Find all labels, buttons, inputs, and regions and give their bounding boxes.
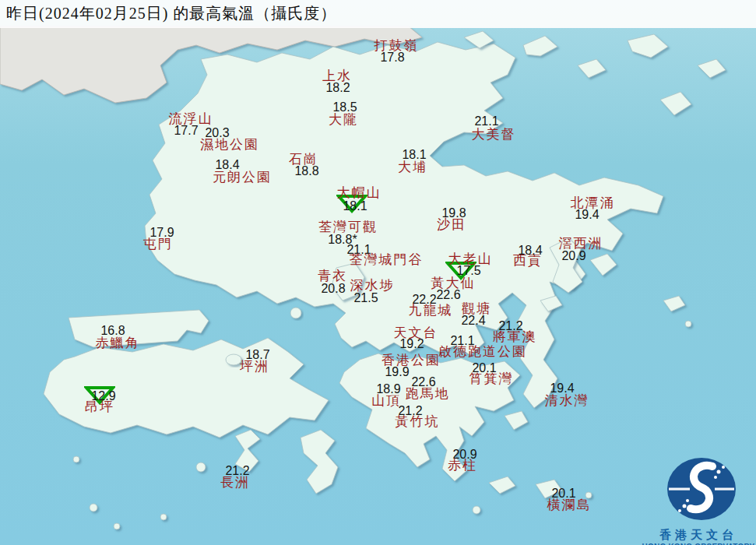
station-value: 18.2 bbox=[325, 82, 350, 94]
station-name: 西貢 bbox=[513, 254, 543, 267]
station-value: 18.1 bbox=[343, 200, 367, 213]
station-name: 深水埗 bbox=[350, 279, 395, 292]
station-name: 黃竹坑 bbox=[396, 415, 440, 428]
station-value: 22.4 bbox=[461, 315, 485, 327]
station-name: 清水灣 bbox=[545, 394, 589, 407]
station-name: 大美督 bbox=[472, 128, 516, 141]
station-name: 長洲 bbox=[220, 476, 250, 489]
weather-map-screenshot: 昨日(2024年02月25日) 的最高氣溫（攝氏度） 17.8打鼓嶺18.2上水… bbox=[0, 0, 756, 545]
page-title: 昨日(2024年02月25日) 的最高氣溫（攝氏度） bbox=[6, 3, 336, 24]
station-name: 荃灣城門谷 bbox=[350, 253, 424, 266]
station-name: 大帽山 bbox=[337, 186, 382, 199]
station-value: 20.8 bbox=[321, 283, 345, 295]
station-name: 荃灣可觀 bbox=[318, 220, 378, 234]
hko-logo-chinese: 香港天文台 bbox=[640, 528, 756, 543]
hko-logo: 香港天文台 HONG KONG OBSERVATORY bbox=[640, 436, 756, 545]
station-name: 筲箕灣 bbox=[469, 372, 514, 385]
station-name: 橫瀾島 bbox=[547, 498, 592, 512]
station-name: 觀塘 bbox=[462, 302, 491, 315]
station-value: 19.4 bbox=[575, 209, 599, 221]
station-name: 青衣 bbox=[318, 269, 347, 283]
station-name: 大埔 bbox=[398, 160, 427, 174]
station-name: 啟德跑道公園 bbox=[438, 345, 527, 358]
station-name: 九龍城 bbox=[409, 304, 453, 317]
station-name: 昂坪 bbox=[85, 400, 114, 413]
station-name: 天文台 bbox=[394, 326, 438, 339]
station-name: 上水 bbox=[322, 69, 352, 83]
station-name: 赤柱 bbox=[448, 459, 477, 472]
station-name: 大老山 bbox=[448, 252, 493, 265]
station-name: 黃大仙 bbox=[431, 276, 476, 290]
station-name: 沙田 bbox=[437, 218, 466, 231]
station-value: 19.9 bbox=[385, 366, 409, 378]
station-name: 山頂 bbox=[371, 394, 401, 407]
station-value: 18.8 bbox=[294, 165, 318, 178]
station-name: 跑馬地 bbox=[406, 387, 450, 400]
hko-logo-icon bbox=[640, 436, 756, 523]
station-name: 濕地公園 bbox=[200, 138, 259, 151]
station-name: 香港公園 bbox=[382, 353, 441, 367]
station-name: 坪洲 bbox=[240, 360, 269, 373]
station-value: 21.5 bbox=[353, 292, 378, 304]
station-name: 打鼓嶺 bbox=[374, 39, 419, 52]
station-name: 赤鱲角 bbox=[96, 336, 140, 350]
station-name: 屯門 bbox=[143, 237, 173, 251]
title-bar: 昨日(2024年02月25日) 的最高氣溫（攝氏度） bbox=[0, 0, 756, 28]
station-name: 北潭涌 bbox=[571, 196, 615, 209]
station-value: 17.7 bbox=[174, 125, 198, 137]
station-name: 元朗公園 bbox=[213, 171, 272, 184]
station-name: 滘西洲 bbox=[559, 237, 603, 250]
station-value: 20.9 bbox=[561, 250, 585, 262]
station-value: 17.8 bbox=[380, 51, 404, 64]
station-value: 22.6 bbox=[436, 289, 460, 301]
station-name: 將軍澳 bbox=[493, 330, 537, 343]
station-name: 大隴 bbox=[329, 113, 358, 126]
station-name: 流浮山 bbox=[169, 112, 213, 125]
station-name: 石崗 bbox=[289, 153, 318, 166]
